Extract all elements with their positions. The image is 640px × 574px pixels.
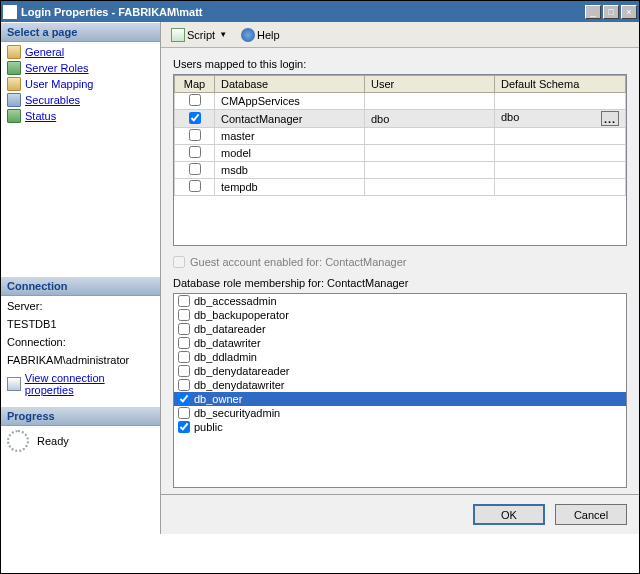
table-row[interactable]: ContactManagerdbodbo... (175, 110, 626, 128)
map-checkbox[interactable] (189, 163, 201, 175)
role-item-db_securityadmin[interactable]: db_securityadmin (174, 406, 626, 420)
user-cell (365, 162, 495, 179)
database-cell: CMAppServices (215, 93, 365, 110)
toolbar: Script ▼ Help (161, 22, 639, 48)
server-value: TESTDB1 (7, 318, 154, 330)
roles-list[interactable]: db_accessadmindb_backupoperatordb_datare… (173, 293, 627, 488)
minimize-button[interactable]: _ (585, 5, 601, 19)
schema-cell (495, 179, 626, 196)
database-cell: master (215, 128, 365, 145)
role-item-db_accessadmin[interactable]: db_accessadmin (174, 294, 626, 308)
col-database[interactable]: Database (215, 76, 365, 93)
role-checkbox[interactable] (178, 379, 190, 391)
schema-cell (495, 93, 626, 110)
browse-schema-button[interactable]: ... (601, 111, 619, 126)
roles-label: Database role membership for: ContactMan… (173, 277, 627, 289)
chevron-down-icon[interactable]: ▼ (217, 30, 229, 39)
table-row[interactable]: master (175, 128, 626, 145)
progress-status: Ready (37, 435, 69, 447)
maximize-button[interactable]: □ (603, 5, 619, 19)
role-checkbox[interactable] (178, 351, 190, 363)
script-icon (171, 28, 185, 42)
connection-value: FABRIKAM\administrator (7, 354, 154, 366)
map-checkbox[interactable] (189, 180, 201, 192)
map-checkbox[interactable] (189, 146, 201, 158)
map-checkbox[interactable] (189, 129, 201, 141)
role-checkbox[interactable] (178, 309, 190, 321)
role-item-public[interactable]: public (174, 420, 626, 434)
database-cell: ContactManager (215, 110, 365, 128)
script-label: Script (187, 29, 215, 41)
users-mapped-label: Users mapped to this login: (173, 58, 627, 70)
role-item-db_owner[interactable]: db_owner (174, 392, 626, 406)
server-label: Server: (7, 300, 154, 312)
user-cell (365, 179, 495, 196)
sidebar-item-server-roles[interactable]: Server Roles (5, 60, 156, 76)
window-title: Login Properties - FABRIKAM\matt (21, 6, 585, 18)
schema-cell (495, 162, 626, 179)
connection-header: Connection (1, 276, 160, 296)
sidebar: Select a page GeneralServer RolesUser Ma… (1, 22, 161, 534)
table-row[interactable]: msdb (175, 162, 626, 179)
user-cell (365, 145, 495, 162)
view-connection-properties-link[interactable]: View connection properties (7, 372, 154, 396)
view-connection-properties-label: View connection properties (25, 372, 154, 396)
sidebar-item-user-mapping[interactable]: User Mapping (5, 76, 156, 92)
page-icon (7, 93, 21, 107)
database-cell: msdb (215, 162, 365, 179)
table-row[interactable]: model (175, 145, 626, 162)
role-item-db_datawriter[interactable]: db_datawriter (174, 336, 626, 350)
help-icon (241, 28, 255, 42)
progress-spinner-icon (7, 430, 29, 452)
schema-cell (495, 128, 626, 145)
map-checkbox[interactable] (189, 112, 201, 124)
role-checkbox[interactable] (178, 365, 190, 377)
role-item-db_backupoperator[interactable]: db_backupoperator (174, 308, 626, 322)
role-checkbox[interactable] (178, 407, 190, 419)
app-icon (3, 5, 17, 19)
page-icon (7, 45, 21, 59)
properties-icon (7, 377, 21, 391)
role-item-db_ddladmin[interactable]: db_ddladmin (174, 350, 626, 364)
titlebar: Login Properties - FABRIKAM\matt _ □ × (1, 1, 639, 22)
role-checkbox[interactable] (178, 421, 190, 433)
user-cell: dbo (365, 110, 495, 128)
role-item-db_datareader[interactable]: db_datareader (174, 322, 626, 336)
cancel-button[interactable]: Cancel (555, 504, 627, 525)
user-cell (365, 93, 495, 110)
ok-button[interactable]: OK (473, 504, 545, 525)
col-map[interactable]: Map (175, 76, 215, 93)
page-icon (7, 77, 21, 91)
close-button[interactable]: × (621, 5, 637, 19)
role-checkbox[interactable] (178, 337, 190, 349)
help-label: Help (257, 29, 280, 41)
user-cell (365, 128, 495, 145)
table-row[interactable]: CMAppServices (175, 93, 626, 110)
role-checkbox[interactable] (178, 295, 190, 307)
database-cell: model (215, 145, 365, 162)
map-checkbox[interactable] (189, 94, 201, 106)
role-item-db_denydatawriter[interactable]: db_denydatawriter (174, 378, 626, 392)
guest-label: Guest account enabled for: ContactManage… (190, 256, 406, 268)
schema-cell: dbo... (495, 110, 626, 128)
col-schema[interactable]: Default Schema (495, 76, 626, 93)
help-button[interactable]: Help (237, 27, 284, 43)
role-item-db_denydatareader[interactable]: db_denydatareader (174, 364, 626, 378)
role-checkbox[interactable] (178, 323, 190, 335)
script-button[interactable]: Script ▼ (167, 27, 233, 43)
guest-checkbox (173, 256, 185, 268)
sidebar-item-securables[interactable]: Securables (5, 92, 156, 108)
sidebar-item-general[interactable]: General (5, 44, 156, 60)
database-cell: tempdb (215, 179, 365, 196)
guest-account-checkbox: Guest account enabled for: ContactManage… (173, 256, 627, 268)
page-icon (7, 61, 21, 75)
table-row[interactable]: tempdb (175, 179, 626, 196)
schema-cell (495, 145, 626, 162)
role-checkbox[interactable] (178, 393, 190, 405)
select-page-header: Select a page (1, 22, 160, 42)
col-user[interactable]: User (365, 76, 495, 93)
connection-label: Connection: (7, 336, 154, 348)
progress-header: Progress (1, 406, 160, 426)
mapping-grid[interactable]: Map Database User Default Schema CMAppSe… (173, 74, 627, 246)
